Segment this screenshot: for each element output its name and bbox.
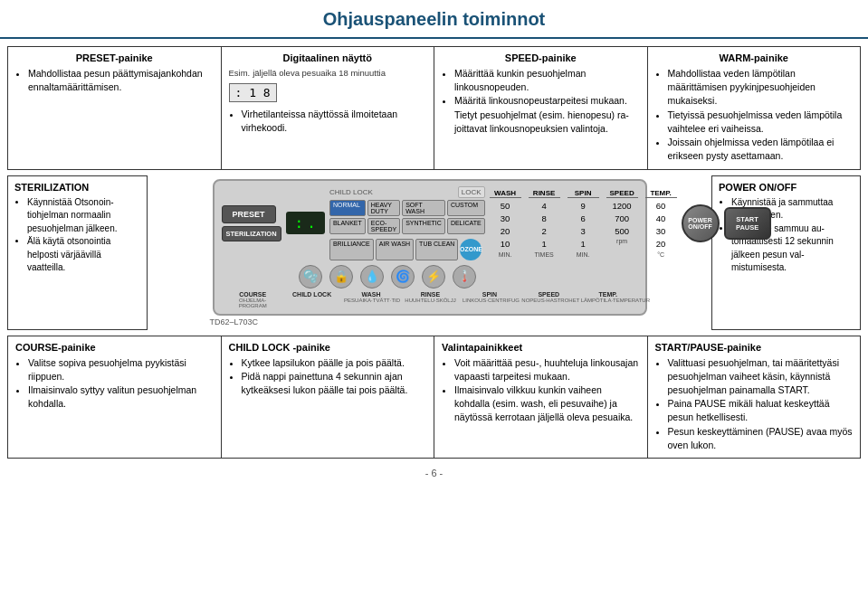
wash-val-2: 30 bbox=[501, 213, 510, 225]
spin-col: SPIN 9 6 3 1 MIN. bbox=[568, 189, 599, 258]
prog-soft[interactable]: SOFT WASH bbox=[402, 200, 445, 216]
rinse-values: 4 8 2 1 bbox=[541, 200, 546, 251]
temp-values: 60 40 30 20 bbox=[656, 200, 666, 251]
prog-blanket[interactable]: BLANKET bbox=[329, 218, 366, 234]
top-col-digital: Digitaalinen näyttö Esim. jäljellä oleva… bbox=[222, 47, 435, 169]
startpause-item-3: Pesun keskeyttäminen (PAUSE) avaa myös o… bbox=[668, 425, 854, 452]
spin-unit: MIN. bbox=[577, 251, 590, 258]
wash-unit: MIN. bbox=[499, 251, 512, 258]
temp-val-4: 20 bbox=[656, 238, 666, 251]
panel-top-row: PRESET STERILIZATION : . CHILD LOCK LOCK bbox=[222, 186, 638, 260]
speed-bottom-label: SPEED NOPEUS·HASTROHET bbox=[521, 291, 576, 308]
top-col-speed: SPEED-painike Määrittää kunkin pesuohjel… bbox=[434, 47, 648, 169]
prog-tubclean[interactable]: TUB CLEAN bbox=[415, 239, 458, 260]
rinse-bottom-sub: HUUHTELU·SKÖLJJ bbox=[403, 298, 457, 303]
startpause-item-1: Valittuasi pesuohjelman, tai mää­ritetty… bbox=[668, 356, 854, 398]
prog-eco[interactable]: ECO-SPEEDY bbox=[367, 218, 400, 234]
spin-bottom-label: SPIN LINKOUS·CENTRIFUG bbox=[463, 291, 517, 308]
page-title: Ohjauspaneelin toiminnot bbox=[0, 0, 868, 39]
course-sub: OHJELMA-PROGRAM bbox=[225, 298, 280, 308]
speed-values: 1200 700 500 bbox=[613, 200, 632, 239]
display-dot: . bbox=[307, 214, 316, 232]
example-desc: jäljellä oleva pesuaika 18 minuuttia bbox=[253, 68, 386, 78]
bottom-col-course: COURSE-painike Valitse sopiva pesuohjelm… bbox=[8, 336, 222, 459]
prog-brilliance[interactable]: BRILLIANCE bbox=[329, 239, 374, 260]
rinse-val-3: 2 bbox=[541, 225, 546, 238]
startpause-list: Valittuasi pesuohjelman, tai mää­ritetty… bbox=[655, 356, 854, 453]
ozone-badge: OZONE bbox=[460, 239, 482, 260]
rinse-val-4: 1 bbox=[541, 238, 546, 251]
prog-airwash[interactable]: AIR WASH bbox=[376, 239, 414, 260]
page-number: - 6 - bbox=[0, 464, 868, 482]
wash-values: 50 30 20 10 bbox=[501, 200, 510, 251]
course-item-1: Valitse sopiva pesuohjelma pyykistäsi ri… bbox=[28, 356, 214, 383]
steril-item-2: Älä käytä otsonoin­tia helposti värjäävi… bbox=[27, 235, 140, 275]
spin-bottom-text: SPIN bbox=[463, 291, 517, 298]
speed-item-1: Määrittää kunkin pesuohjel­man linkousno… bbox=[454, 67, 640, 94]
speed-icon: ⚡ bbox=[422, 265, 445, 289]
speed-unit: rpm bbox=[616, 238, 627, 244]
temp-icon: 🌡️ bbox=[453, 265, 476, 289]
rinse-header: RINSE bbox=[529, 189, 560, 198]
wash-val-4: 10 bbox=[501, 238, 510, 251]
childlock-label: CHILD LOCK bbox=[285, 291, 339, 308]
speed-val-1: 1200 bbox=[613, 200, 632, 213]
rinse-val-2: 8 bbox=[541, 213, 546, 225]
spin-header: SPIN bbox=[568, 189, 599, 198]
valinta-item-1: Voit määrittää pesu-, huuhte­lu­ja linko… bbox=[454, 356, 640, 383]
sterilization-box: STERILIZATION Käynnistää Otsonoin­tiohje… bbox=[7, 175, 148, 330]
temp-bottom-label: TEMP. LÄMPÖTILA·TEMPERATUR bbox=[581, 291, 635, 308]
warm-list: Mahdollistaa veden lämpötilan määrittämi… bbox=[655, 67, 854, 164]
temp-bottom-sub: LÄMPÖTILA·TEMPERATUR bbox=[581, 298, 635, 303]
power-title: POWER ON/OFF bbox=[719, 182, 854, 193]
prog-custom[interactable]: CUSTOM bbox=[447, 200, 485, 216]
bottom-col-startpause: START/PAUSE-painike Valittuasi pesuohjel… bbox=[648, 336, 861, 459]
rinse-bottom-text: RINSE bbox=[403, 291, 457, 298]
speed-col: SPEED 1200 700 500 rpm bbox=[606, 189, 638, 245]
panel-area: PRESET STERILIZATION : . CHILD LOCK LOCK bbox=[148, 175, 711, 330]
course-list: Valitse sopiva pesuohjelma pyykistäsi ri… bbox=[15, 356, 214, 412]
panel-display: : . bbox=[286, 212, 325, 234]
course-label: COURSE OHJELMA-PROGRAM bbox=[225, 291, 280, 308]
prog-synthetic[interactable]: SYNTHETIC bbox=[402, 218, 445, 234]
digital-list: Virhetilanteissa näyttössä ilmoi­tetaan … bbox=[229, 108, 427, 135]
prog-delicate[interactable]: DELICATE bbox=[447, 218, 485, 234]
temp-val-1: 60 bbox=[656, 200, 666, 213]
sterilization-button[interactable]: STERILIZATION bbox=[222, 226, 281, 241]
wash-bottom-sub: PESUAIKA·TVÄTT·TID bbox=[344, 298, 398, 303]
wash-header: WASH bbox=[490, 189, 521, 198]
panel-icons-row: 🫧 🔒 💧 🌀 ⚡ 🌡️ bbox=[222, 265, 638, 289]
lock-indicator: LOCK bbox=[458, 186, 485, 198]
sterilization-title: STERILIZATION bbox=[14, 182, 140, 193]
childlock-item-1: Kytkee lapsilukon päälle ja pois päältä. bbox=[242, 356, 427, 370]
speed-header: SPEED bbox=[606, 189, 638, 198]
prog-heavy[interactable]: HEAVY DUTY bbox=[367, 200, 400, 216]
warm-item-1: Mahdollistaa veden lämpötilan määrittämi… bbox=[668, 67, 854, 109]
temp-val-2: 40 bbox=[656, 213, 666, 225]
top-col-preset: PRESET-painike Mahdollistaa pesun päätty… bbox=[8, 47, 222, 169]
prog-normal[interactable]: NORMAL bbox=[329, 200, 366, 216]
program-grid: NORMAL HEAVY DUTY SOFT WASH CUSTOM BLANK… bbox=[329, 200, 485, 234]
rinse-bottom-label: RINSE HUUHTELU·SKÖLJJ bbox=[403, 291, 457, 308]
spin-val-4: 1 bbox=[580, 238, 585, 251]
digital-title: Digitaalinen näyttö bbox=[229, 52, 427, 63]
rinse-unit: TIMES bbox=[534, 251, 553, 258]
mid-section: STERILIZATION Käynnistää Otsonoin­tiohje… bbox=[7, 175, 861, 330]
start-pause-button[interactable]: STARTPAUSE bbox=[724, 207, 771, 240]
childlock-list: Kytkee lapsilukon päälle ja pois päältä.… bbox=[229, 356, 427, 398]
bottom-section: COURSE-painike Valitse sopiva pesuohjelm… bbox=[7, 336, 861, 459]
warm-title: WARM-painike bbox=[655, 52, 854, 63]
lock-icon: 🔒 bbox=[329, 265, 353, 289]
wash-bottom-text: WASH bbox=[344, 291, 398, 298]
wash-bottom-label: WASH PESUAIKA·TVÄTT·TID bbox=[344, 291, 398, 308]
preset-button[interactable]: PRESET bbox=[222, 205, 276, 223]
temp-unit: °C bbox=[657, 251, 664, 258]
speed-bottom-sub: NOPEUS·HASTROHET bbox=[521, 298, 576, 303]
numbers-area: WASH 50 30 20 10 MIN. RINSE 4 8 bbox=[490, 189, 677, 258]
wash-col: WASH 50 30 20 10 MIN. bbox=[490, 189, 521, 258]
temp-col: TEMP. 60 40 30 20 °C bbox=[645, 189, 677, 258]
power-button[interactable]: POWERON/OFF bbox=[682, 204, 720, 242]
childlock-item-2: Pidä nappi painettuna 4 sekun­nin ajan k… bbox=[242, 370, 427, 397]
spin-val-3: 3 bbox=[580, 225, 585, 238]
top-col-warm: WARM-painike Mahdollistaa veden lämpötil… bbox=[648, 47, 861, 169]
